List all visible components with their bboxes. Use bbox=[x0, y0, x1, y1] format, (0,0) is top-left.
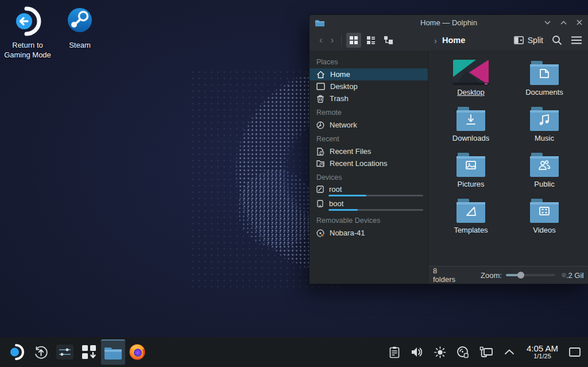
folder-item-pictures[interactable]: Pictures bbox=[434, 150, 508, 196]
sidebar-item-label: Desktop bbox=[330, 82, 358, 91]
root-usage-fill bbox=[328, 195, 366, 196]
system-update-button[interactable] bbox=[29, 339, 53, 365]
section-header-places: Places bbox=[310, 54, 428, 68]
folder-item-documents[interactable]: Documents bbox=[508, 59, 581, 105]
back-button[interactable]: ‹ bbox=[315, 33, 327, 47]
steam-icon bbox=[64, 6, 95, 37]
digital-clock[interactable]: 4:05 AM 1/1/25 bbox=[527, 344, 558, 360]
icons-view-button[interactable] bbox=[346, 33, 361, 48]
expand-tray-icon bbox=[504, 349, 514, 355]
sidebar-item-boot[interactable]: boot bbox=[310, 198, 428, 208]
tree-view-button[interactable] bbox=[381, 33, 396, 48]
boot-drive-icon bbox=[316, 200, 324, 207]
sidebar-item-recent-files[interactable]: Recent Files bbox=[310, 145, 428, 157]
folder-item-public[interactable]: Public bbox=[508, 150, 581, 196]
firefox-icon bbox=[128, 343, 146, 361]
folder-view: Desktop Documents bbox=[428, 51, 588, 284]
system-update-icon bbox=[33, 345, 49, 360]
brightness-tray-button[interactable] bbox=[431, 339, 450, 365]
hamburger-menu-icon[interactable] bbox=[571, 36, 582, 44]
forward-button[interactable]: › bbox=[327, 33, 338, 47]
folder-item-downloads[interactable]: Downloads bbox=[434, 105, 508, 150]
videos-folder-icon bbox=[530, 199, 559, 223]
taskbar-task-dolphin[interactable] bbox=[101, 339, 125, 365]
folder-label[interactable]: Downloads bbox=[452, 134, 489, 142]
icons-view-icon bbox=[349, 36, 358, 45]
search-icon[interactable] bbox=[552, 35, 562, 45]
clock-time: 4:05 AM bbox=[527, 344, 558, 353]
split-button-label: Split bbox=[528, 36, 543, 45]
network-tray-button[interactable] bbox=[477, 339, 496, 365]
system-tray: 4:05 AM 1/1/25 bbox=[385, 339, 583, 365]
show-desktop-button[interactable] bbox=[566, 339, 583, 365]
sidebar-item-nobara-41[interactable]: Nobara-41 bbox=[310, 227, 428, 239]
optical-disc-icon bbox=[316, 229, 324, 237]
documents-folder-icon bbox=[530, 61, 559, 85]
app-store-button[interactable] bbox=[77, 339, 101, 365]
wallpaper-dot-disc bbox=[238, 170, 316, 248]
folder-item-music[interactable]: Music bbox=[508, 105, 581, 150]
split-button[interactable]: Split bbox=[514, 36, 543, 45]
recent-files-icon bbox=[316, 148, 324, 156]
clock-date: 1/1/25 bbox=[533, 353, 551, 360]
desktop-icon-steam[interactable]: Steam bbox=[53, 6, 106, 50]
sidebar-item-label: Trash bbox=[330, 94, 349, 103]
settings-tweaks-button[interactable] bbox=[53, 339, 77, 365]
app-launcher-button[interactable] bbox=[5, 339, 29, 365]
zoom-label: Zoom: bbox=[481, 271, 502, 280]
details-view-button[interactable] bbox=[363, 33, 378, 48]
volume-tray-button[interactable] bbox=[408, 339, 427, 365]
taskbar-launcher-firefox[interactable] bbox=[125, 339, 149, 365]
section-header-remote: Remote bbox=[310, 105, 428, 119]
minimize-button[interactable] bbox=[544, 21, 551, 25]
breadcrumb-chevron-icon: › bbox=[434, 36, 437, 45]
folder-label[interactable]: Templates bbox=[454, 226, 488, 234]
details-view-icon bbox=[366, 36, 376, 45]
folder-item-videos[interactable]: Videos bbox=[508, 196, 581, 242]
folder-item-desktop[interactable]: Desktop bbox=[434, 59, 508, 105]
folder-item-templates[interactable]: Templates bbox=[434, 196, 508, 242]
music-folder-icon bbox=[530, 107, 559, 131]
desktop-folder-thumbnail-icon bbox=[453, 60, 489, 85]
zoom-slider-handle[interactable] bbox=[517, 272, 524, 279]
public-folder-icon bbox=[530, 153, 559, 177]
trash-icon bbox=[316, 95, 324, 103]
window-titlebar[interactable]: Home — Dolphin bbox=[310, 15, 588, 30]
folder-label[interactable]: Music bbox=[535, 134, 554, 142]
brightness-icon bbox=[434, 346, 446, 358]
sidebar-item-trash[interactable]: Trash bbox=[310, 92, 428, 105]
sidebar-item-network[interactable]: Network bbox=[310, 119, 428, 131]
expand-tray-button[interactable] bbox=[500, 339, 519, 365]
dolphin-window: Home — Dolphin ‹ › bbox=[309, 14, 588, 284]
folder-label[interactable]: Videos bbox=[533, 226, 556, 234]
section-header-recent: Recent bbox=[310, 131, 428, 145]
close-button[interactable] bbox=[577, 20, 582, 25]
desktop-icon-return-to-gaming-mode[interactable]: Return to Gaming Mode bbox=[1, 6, 54, 60]
recent-locations-icon bbox=[316, 160, 324, 167]
folder-label[interactable]: Desktop bbox=[457, 88, 485, 96]
zoom-in-button[interactable] bbox=[562, 273, 566, 277]
zoom-slider[interactable] bbox=[506, 274, 555, 276]
app-grid-download-icon bbox=[81, 344, 97, 360]
disks-devices-icon bbox=[457, 346, 470, 358]
maximize-button[interactable] bbox=[560, 21, 567, 25]
sidebar-item-root[interactable]: root bbox=[310, 184, 428, 194]
folder-label[interactable]: Documents bbox=[525, 88, 563, 96]
sidebar-item-home[interactable]: Home bbox=[310, 68, 428, 80]
sidebar-item-label: Network bbox=[330, 121, 357, 129]
disks-devices-tray-button[interactable] bbox=[454, 339, 473, 365]
taskbar: 4:05 AM 1/1/25 bbox=[0, 337, 588, 367]
dolphin-icon bbox=[105, 346, 122, 360]
free-space-indicator[interactable]: .2 GiB fr ⌄ bbox=[566, 271, 583, 280]
sidebar-item-desktop[interactable]: Desktop bbox=[310, 80, 428, 92]
breadcrumb-location[interactable]: Home bbox=[442, 36, 465, 45]
folder-label[interactable]: Public bbox=[534, 180, 554, 188]
folder-label[interactable]: Pictures bbox=[458, 180, 485, 188]
sidebar-item-recent-locations[interactable]: Recent Locations bbox=[310, 157, 428, 169]
settings-sliders-icon bbox=[56, 345, 74, 360]
window-toolbar: ‹ › bbox=[310, 30, 588, 51]
split-view-icon bbox=[514, 36, 524, 44]
clipboard-tray-button[interactable] bbox=[385, 339, 404, 365]
clipboard-icon bbox=[389, 346, 400, 358]
breadcrumb[interactable]: › Home bbox=[434, 36, 465, 45]
